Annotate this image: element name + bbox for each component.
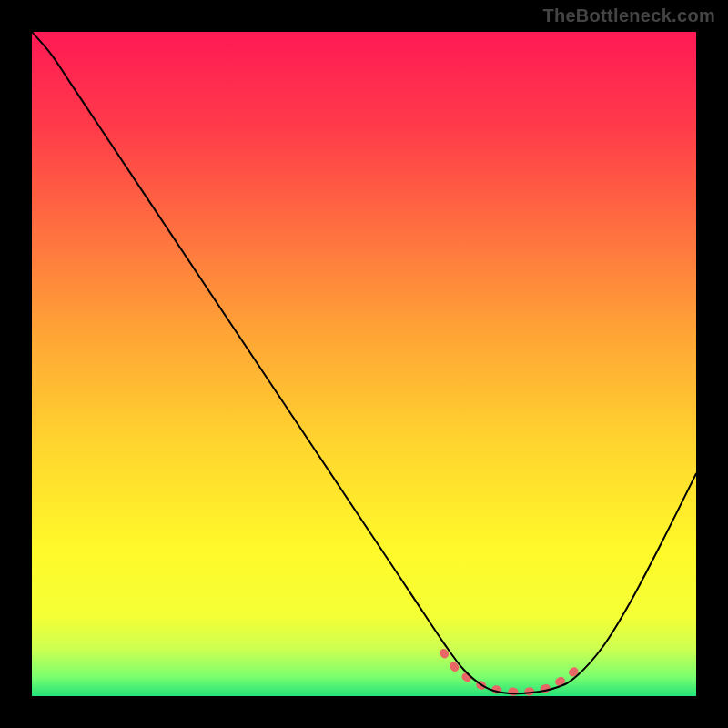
- gradient-background: [32, 32, 696, 696]
- plot-area: [32, 32, 696, 696]
- chart-container: TheBottleneck.com: [0, 0, 728, 728]
- chart-svg: [32, 32, 696, 696]
- watermark-text: TheBottleneck.com: [542, 5, 715, 26]
